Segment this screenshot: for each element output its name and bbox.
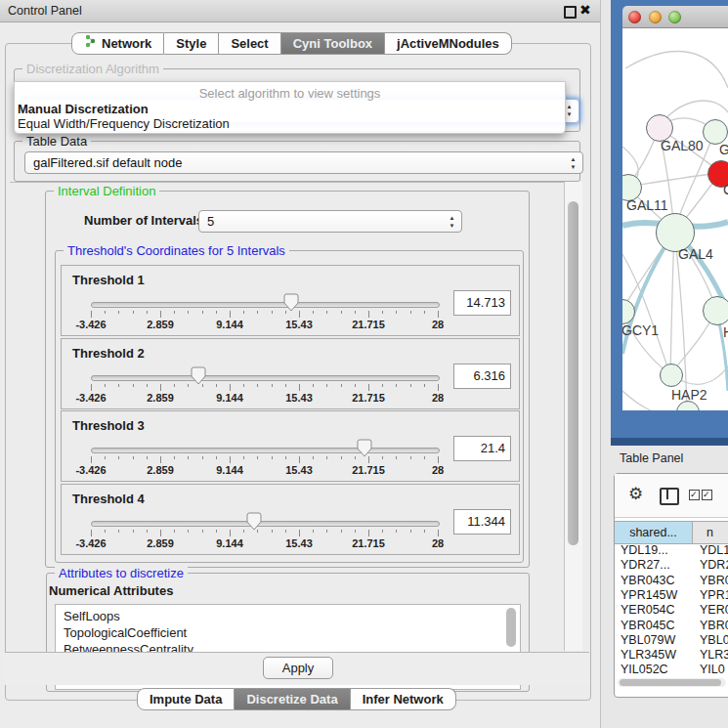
network-canvas[interactable]: GAL80GCGAL11GAL4GCY1HHAP2	[622, 28, 728, 410]
num-intervals-combobox[interactable]: 5 ▲▼	[198, 210, 462, 233]
slider-thumb[interactable]	[191, 366, 206, 388]
cell-name[interactable]: YDL1	[695, 543, 728, 558]
close-icon[interactable]: ✖	[579, 2, 591, 18]
cell-shared-name[interactable]: YBR043C	[615, 574, 695, 588]
group-title: Table Data	[22, 134, 91, 149]
minimize-traffic-light-icon[interactable]	[649, 11, 662, 23]
table-row[interactable]: YER054CYER0	[615, 603, 728, 618]
attribute-item-selfloops[interactable]: SelfLoops	[64, 609, 120, 623]
tick-label: -3.426	[75, 319, 106, 330]
tick-mark	[341, 530, 342, 533]
columns-icon[interactable]	[660, 488, 679, 505]
tab-infer-network[interactable]: Infer Network	[351, 688, 456, 710]
cell-name[interactable]: YDR2	[695, 558, 728, 573]
slider-ticks	[91, 456, 438, 464]
popup-item-equal-width-frequency-discretization[interactable]: Equal Width/Frequency Discretization	[18, 116, 230, 131]
tick-mark	[424, 384, 425, 387]
list-scrollbar[interactable]	[506, 608, 516, 647]
cell-shared-name[interactable]: YIL052C	[615, 663, 695, 677]
cyni-bottom-tab-bar: Impute DataDiscretize DataInfer Network	[137, 688, 456, 711]
cell-name[interactable]: YIL0	[695, 663, 728, 677]
tab-label: Style	[176, 33, 206, 54]
slider-track[interactable]	[91, 302, 440, 308]
cell-shared-name[interactable]: YBR045C	[615, 619, 695, 633]
tab-jactivemnodules[interactable]: jActiveMNodules	[385, 32, 512, 55]
tick-mark	[326, 530, 327, 533]
zoom-traffic-light-icon[interactable]	[668, 11, 681, 23]
table-data-combobox[interactable]: galFiltered.sif default node ▲▼	[24, 151, 583, 174]
combo-stepper-icon[interactable]: ▲▼	[448, 214, 456, 230]
cell-shared-name[interactable]: YLR345W	[615, 648, 695, 663]
threshold-value-field[interactable]: 11.344	[453, 509, 511, 535]
tick-mark	[243, 311, 244, 314]
network-node[interactable]	[660, 364, 683, 387]
slider-thumb[interactable]	[246, 512, 262, 534]
tick-label: 21.715	[352, 464, 385, 476]
table-row[interactable]: YBL079WYBL0	[615, 633, 728, 648]
cell-shared-name[interactable]: YBL079W	[615, 633, 695, 648]
tick-label: 2.859	[147, 537, 174, 549]
tick-mark	[355, 311, 356, 314]
tick-mark	[313, 456, 314, 459]
threshold-value-field[interactable]: 6.316	[453, 364, 511, 389]
threshold-value-field[interactable]: 14.713	[453, 290, 511, 316]
horizontal-scrollbar-track[interactable]	[618, 678, 726, 687]
cell-name[interactable]: YBR0	[695, 574, 728, 588]
cell-name[interactable]: YBL0	[695, 633, 728, 648]
network-node[interactable]	[703, 296, 728, 325]
combo-stepper-icon[interactable]: ▲▼	[565, 103, 574, 118]
tab-label: jActiveMNodules	[397, 33, 499, 54]
tab-cyni-toolbox[interactable]: Cyni Toolbox	[281, 32, 385, 55]
attribute-item-topologicalcoefficient[interactable]: TopologicalCoefficient	[64, 625, 187, 640]
popup-item-manual-discretization[interactable]: Manual Discretization	[18, 102, 149, 116]
cell-name[interactable]: YER0	[695, 603, 728, 618]
slider-thumb[interactable]	[283, 293, 299, 315]
apply-button[interactable]: Apply	[263, 657, 333, 679]
cell-name[interactable]: YLR3	[695, 648, 728, 663]
table-row[interactable]: YDR27...YDR2	[615, 558, 728, 573]
vertical-scrollbar-thumb[interactable]	[568, 201, 578, 545]
cell-shared-name[interactable]: YDL19...	[615, 543, 695, 558]
horizontal-scrollbar-thumb[interactable]	[620, 679, 721, 686]
tick-mark	[91, 530, 92, 536]
table-row[interactable]: YIL052CYIL0	[615, 663, 728, 677]
slider-thumb[interactable]	[357, 439, 372, 460]
column-header-name[interactable]: n	[693, 522, 728, 543]
slider-track[interactable]	[91, 521, 440, 527]
threshold-value-field[interactable]: 21.4	[453, 436, 511, 461]
tick-label: 9.144	[216, 537, 243, 549]
cell-shared-name[interactable]: YPR145W	[615, 588, 695, 603]
slider-track[interactable]	[91, 448, 440, 453]
tick-mark	[326, 384, 327, 387]
combo-stepper-icon[interactable]: ▲▼	[569, 155, 578, 171]
float-window-icon[interactable]	[564, 6, 577, 19]
vertical-scrollbar-track[interactable]	[564, 182, 582, 651]
tick-mark	[147, 311, 148, 314]
table-row[interactable]: YBR043CYBR0	[615, 574, 728, 588]
group-title: Discretization Algorithm	[22, 62, 163, 76]
tab-select[interactable]: Select	[219, 32, 280, 55]
cell-name[interactable]: YPR1	[695, 588, 728, 603]
cell-shared-name[interactable]: YDR27...	[615, 558, 695, 573]
threshold-row-4: Threshold 4-3.4262.8599.14415.4321.71528…	[61, 484, 520, 555]
tab-impute-data[interactable]: Impute Data	[137, 688, 235, 710]
checkbox-icon[interactable]: ✓	[689, 490, 700, 500]
table-row[interactable]: YPR145WYPR1	[615, 588, 728, 603]
slider-track[interactable]	[91, 375, 440, 381]
tab-style[interactable]: Style	[164, 32, 219, 55]
tick-mark	[174, 456, 175, 459]
close-traffic-light-icon[interactable]	[628, 11, 641, 23]
table-row[interactable]: YLR345WYLR3	[615, 648, 728, 663]
tab-network[interactable]: Network	[71, 32, 164, 55]
checkbox-icon[interactable]: ✓	[702, 490, 712, 500]
tick-mark	[160, 456, 161, 463]
column-header-shared[interactable]: shared...	[615, 522, 693, 543]
cell-shared-name[interactable]: YER054C	[615, 603, 695, 618]
gear-icon[interactable]: ⚙	[628, 486, 643, 502]
table-row[interactable]: YBR045CYBR0	[615, 619, 728, 633]
table-row[interactable]: YDL19...YDL1	[615, 543, 728, 558]
slider-tick-labels: -3.4262.8599.14415.4321.71528	[91, 464, 438, 476]
tab-discretize-data[interactable]: Discretize Data	[235, 688, 350, 710]
popup-placeholder-item[interactable]: Select algorithm to view settings	[15, 86, 565, 101]
cell-name[interactable]: YBR0	[695, 619, 728, 633]
